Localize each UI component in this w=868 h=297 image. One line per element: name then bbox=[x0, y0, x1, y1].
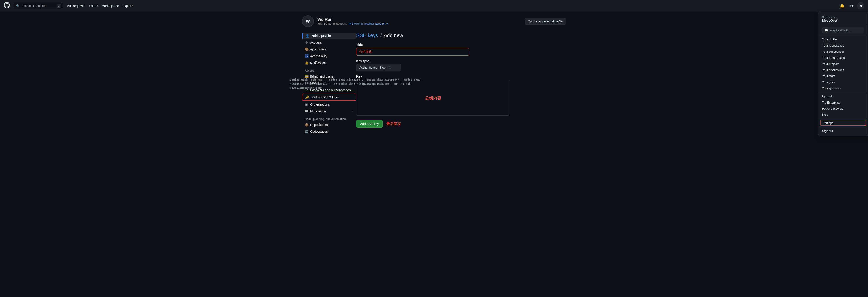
divider-3 bbox=[818, 119, 868, 119]
sidebar-label-codespaces: Codespaces bbox=[310, 130, 328, 133]
search-box[interactable]: 🔍 Search or jump to... / bbox=[13, 3, 63, 9]
switch-account-link[interactable]: ⇄ Switch to another account ▾ bbox=[348, 22, 388, 25]
sidebar-item-ssh-gpg[interactable]: 🔑 SSH and GPG keys bbox=[302, 94, 356, 101]
nav-pull-requests[interactable]: Pull requests bbox=[67, 4, 85, 8]
new-item-button[interactable]: +▾ bbox=[848, 2, 855, 9]
sidebar-item-appearance[interactable]: 🎨 Appearance bbox=[302, 46, 356, 53]
topnav-right: 🔔 +▾ M bbox=[839, 2, 864, 9]
key-type-form-group: Key type Authentication Key ⇅ bbox=[356, 59, 566, 71]
sidebar-label-notifications: Notifications bbox=[310, 61, 327, 65]
sidebar-label-billing: Billing and plans bbox=[310, 75, 333, 78]
codespaces-icon: 💻 bbox=[305, 130, 308, 133]
dropdown-feature-preview[interactable]: Feature preview bbox=[818, 106, 868, 112]
title-label: Title bbox=[356, 43, 566, 47]
dropdown-header: Signed in as ModyQyW bbox=[818, 14, 868, 25]
dropdown-your-organizations[interactable]: Your organizations bbox=[818, 55, 868, 61]
notifications-button[interactable]: 🔔 bbox=[839, 2, 845, 9]
title-form-group: Title bbox=[356, 43, 566, 56]
title-input[interactable] bbox=[356, 48, 469, 56]
sidebar-item-repositories[interactable]: 📦 Repositories bbox=[302, 122, 356, 128]
dropdown-your-gists[interactable]: Your gists bbox=[818, 79, 868, 85]
dropdown-sign-out[interactable]: Sign out bbox=[818, 128, 868, 134]
sidebar-item-public-profile[interactable]: 👤 Public profile bbox=[302, 33, 356, 39]
sidebar-label-emails: Emails bbox=[310, 81, 320, 85]
sidebar-label-accessibility: Accessibility bbox=[310, 54, 327, 58]
moderation-icon: 💬 bbox=[305, 110, 308, 113]
form-actions: Add SSH key 最后保存 bbox=[356, 120, 566, 128]
dropdown-your-stars[interactable]: Your stars bbox=[818, 73, 868, 79]
slow-banner-text: 💬 I may be slow to ... bbox=[825, 29, 851, 32]
dropdown-your-repositories[interactable]: Your repositories bbox=[818, 42, 868, 49]
sidebar-item-codespaces[interactable]: 💻 Codespaces bbox=[302, 128, 356, 135]
sidebar-item-emails[interactable]: ✉ Emails bbox=[302, 80, 356, 86]
user-name: Wu Rui bbox=[317, 17, 388, 22]
dropdown-upgrade[interactable]: Upgrade bbox=[818, 93, 868, 99]
sidebar-item-notifications[interactable]: 🔔 Notifications bbox=[302, 60, 356, 66]
user-dropdown-menu: Signed in as ModyQyW 💬 I may be slow to … bbox=[818, 12, 868, 136]
search-placeholder: Search or jump to... bbox=[22, 4, 47, 7]
mail-icon: ✉ bbox=[305, 81, 308, 85]
search-icon: 🔍 bbox=[16, 4, 20, 7]
user-avatar-large: W bbox=[302, 16, 314, 27]
sidebar-item-password-auth[interactable]: 🛡 Password and authentication bbox=[302, 87, 356, 93]
content-area: 👤 Public profile ⚙ Account 🎨 Appearance … bbox=[298, 27, 569, 141]
user-header-row: W Wu Rui Your personal account ⇄ Switch … bbox=[298, 12, 569, 27]
paintbrush-icon: 🎨 bbox=[305, 48, 308, 51]
search-shortcut: / bbox=[57, 4, 61, 8]
dropdown-your-sponsors[interactable]: Your sponsors bbox=[818, 85, 868, 91]
bell-icon: 🔔 bbox=[839, 3, 844, 8]
sidebar-item-accessibility[interactable]: ♿ Accessibility bbox=[302, 53, 356, 59]
sidebar-item-billing[interactable]: 💳 Billing and plans bbox=[302, 73, 356, 80]
key-textarea[interactable] bbox=[356, 80, 510, 116]
nav-marketplace[interactable]: Marketplace bbox=[101, 4, 119, 8]
slow-banner: 💬 I may be slow to ... bbox=[822, 27, 864, 33]
code-section-label: Code, planning, and automation bbox=[302, 115, 356, 122]
sidebar-item-account[interactable]: ⚙ Account bbox=[302, 39, 356, 46]
page-title: Add new bbox=[384, 33, 403, 38]
divider-4 bbox=[818, 127, 868, 127]
dropdown-try-enterprise[interactable]: Try Enterprise bbox=[818, 99, 868, 106]
full-page: 🔍 Search or jump to... / Pull requests I… bbox=[0, 0, 868, 297]
dropdown-your-codespaces[interactable]: Your codespaces bbox=[818, 49, 868, 55]
github-logo[interactable] bbox=[4, 2, 10, 9]
sidebar-item-moderation[interactable]: 💬 Moderation ▾ bbox=[302, 108, 356, 114]
user-avatar-letter: W bbox=[306, 19, 310, 24]
user-account-type: Your personal account bbox=[317, 22, 346, 25]
user-avatar-button[interactable]: M bbox=[857, 2, 864, 9]
sidebar-label-moderation: Moderation bbox=[310, 110, 326, 113]
key-type-select[interactable]: Authentication Key ⇅ bbox=[356, 64, 401, 71]
add-ssh-key-button[interactable]: Add SSH key bbox=[356, 120, 383, 128]
sidebar-label-password-auth: Password and authentication bbox=[310, 88, 351, 92]
dropdown-help[interactable]: Help bbox=[818, 112, 868, 118]
nav-issues[interactable]: Issues bbox=[89, 4, 98, 8]
save-label: 最后保存 bbox=[386, 122, 401, 126]
bell-icon-sidebar: 🔔 bbox=[305, 61, 308, 65]
repo-icon: 📦 bbox=[305, 123, 308, 126]
sidebar-label-public-profile: Public profile bbox=[311, 34, 331, 37]
dropdown-your-discussions[interactable]: Your discussions bbox=[818, 67, 868, 73]
user-info: Wu Rui Your personal account ⇄ Switch to… bbox=[317, 17, 388, 25]
sidebar-label-organizations: Organizations bbox=[310, 102, 330, 106]
dropdown-your-projects[interactable]: Your projects bbox=[818, 61, 868, 67]
dropdown-username: ModyQyW bbox=[822, 19, 864, 22]
main-content: SSH keys / Add new Title Key type Authen… bbox=[356, 33, 566, 135]
person-icon: 👤 bbox=[305, 34, 309, 37]
page-heading: SSH keys / Add new bbox=[356, 33, 566, 38]
topnav: 🔍 Search or jump to... / Pull requests I… bbox=[0, 0, 868, 12]
sidebar-label-account: Account bbox=[310, 41, 322, 44]
dropdown-settings[interactable]: Settings bbox=[820, 120, 866, 126]
key-label: Key bbox=[356, 75, 566, 78]
sidebar-label-appearance: Appearance bbox=[310, 48, 327, 51]
dropdown-your-profile[interactable]: Your profile bbox=[818, 36, 868, 42]
sidebar-label-repositories: Repositories bbox=[310, 123, 328, 126]
key-type-value: Authentication Key bbox=[359, 66, 385, 69]
breadcrumb-ssh-keys[interactable]: SSH keys bbox=[356, 33, 378, 38]
sidebar-item-organizations[interactable]: ⊞ Organizations bbox=[302, 101, 356, 108]
credit-card-icon: 💳 bbox=[305, 75, 308, 78]
shield-icon: 🛡 bbox=[305, 88, 308, 92]
avatar-text: M bbox=[860, 4, 862, 7]
nav-explore[interactable]: Explore bbox=[123, 4, 133, 8]
sidebar-label-ssh-gpg: SSH and GPG keys bbox=[311, 95, 339, 99]
key-textarea-wrapper: Begins with 'ssh-rsa', 'ecdsa-sha2-nistp… bbox=[356, 80, 510, 116]
goto-profile-button[interactable]: Go to your personal profile bbox=[525, 18, 566, 25]
